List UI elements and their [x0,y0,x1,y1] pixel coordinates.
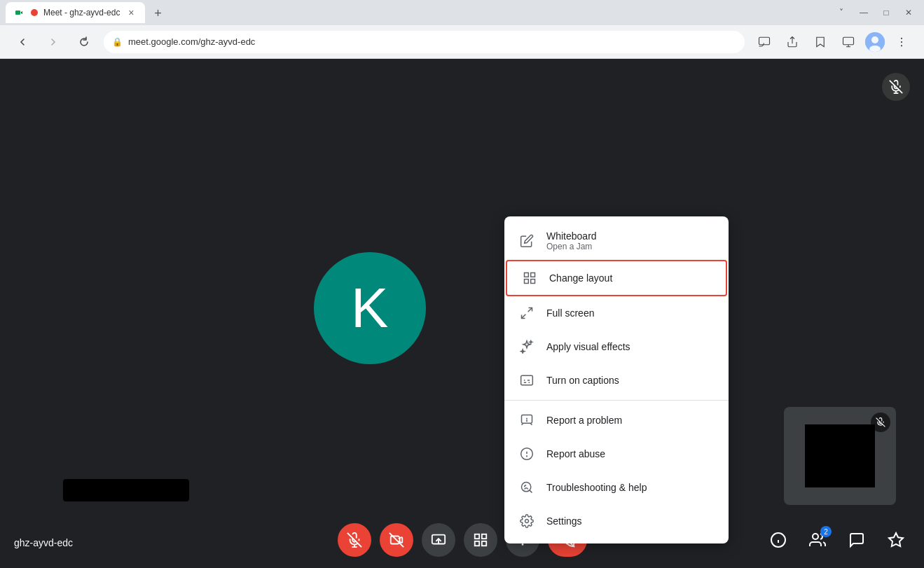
menu-item-settings[interactable]: Settings [504,504,729,538]
camera-toggle-button[interactable] [380,523,413,557]
menu-text-settings: Settings [546,515,582,527]
menu-item-change-layout[interactable]: Change layout [506,260,727,296]
menu-item-visual-effects[interactable]: Apply visual effects [504,330,729,363]
change-layout-label: Change layout [549,272,612,284]
svg-point-27 [813,534,818,539]
menu-text-full-screen: Full screen [546,307,594,319]
tab-record-indicator [31,9,38,16]
menu-text-captions: Turn on captions [546,375,619,386]
troubleshoot-icon [518,479,535,496]
self-view-thumbnail [784,407,896,505]
lock-icon: 🔒 [112,37,123,47]
svg-rect-29 [525,273,529,277]
avatar-letter: K [351,276,388,340]
url-text: meet.google.com/ghz-ayvd-edc [128,36,255,47]
svg-point-5 [871,36,878,43]
captions-icon [518,372,535,389]
redacted-info-box [63,479,189,501]
mute-status-indicator [882,73,910,101]
menu-text-troubleshoot: Troubleshooting & help [546,482,647,493]
back-button[interactable] [11,31,34,53]
menu-icon[interactable] [890,31,913,53]
tab-close-button[interactable]: × [125,7,137,18]
svg-point-9 [901,45,902,46]
whiteboard-sublabel: Open a Jam [546,242,597,251]
close-button[interactable]: ✕ [899,3,918,22]
report-problem-icon [518,412,535,429]
svg-rect-3 [843,37,854,45]
title-bar: Meet - ghz-ayvd-edc × + ˅ — □ ✕ [0,0,924,25]
svg-rect-19 [481,541,485,546]
activities-button[interactable] [882,526,910,554]
svg-marker-28 [889,533,903,546]
minimize-button[interactable]: — [854,3,874,22]
meet-content: K ghz-ayvd-edc [0,59,924,568]
menu-item-report-abuse[interactable]: Report abuse [504,437,729,471]
svg-point-44 [522,483,531,492]
menu-text-report-problem: Report a problem [546,415,622,426]
svg-rect-31 [525,279,529,284]
menu-item-captions[interactable]: Turn on captions [504,363,729,397]
svg-point-7 [901,37,902,39]
svg-point-8 [901,41,902,42]
participant-avatar: K [314,252,426,364]
cast-icon[interactable] [753,31,775,53]
tab-favicon [14,7,25,18]
menu-item-report-problem[interactable]: Report a problem [504,403,729,437]
svg-point-43 [527,456,527,457]
mic-toggle-button[interactable] [338,523,371,557]
user-avatar[interactable] [865,32,885,52]
fullscreen-icon [518,305,535,321]
menu-text-report-abuse: Report abuse [546,448,605,459]
profile-icon[interactable] [837,31,860,53]
new-tab-button[interactable]: + [148,4,167,23]
right-panel-actions: 2 [764,526,910,554]
menu-item-whiteboard[interactable]: Whiteboard Open a Jam [504,222,729,260]
chat-button[interactable] [843,526,871,554]
bookmark-icon[interactable] [809,31,832,53]
svg-rect-2 [759,37,770,45]
tab-title: Meet - ghz-ayvd-edc [43,8,120,18]
captions-label: Turn on captions [546,375,619,386]
self-video [805,424,875,487]
svg-rect-17 [481,534,485,539]
browser-frame: Meet - ghz-ayvd-edc × + ˅ — □ ✕ 🔒 meet.g… [0,0,924,568]
svg-line-13 [389,533,403,547]
settings-label: Settings [546,515,582,527]
svg-rect-30 [531,273,535,277]
present-button[interactable] [422,523,455,557]
maximize-button[interactable]: □ [876,3,896,22]
layout-button[interactable] [464,523,497,557]
svg-point-40 [527,420,527,421]
sparkle-icon [518,338,535,355]
more-options-dropdown: Whiteboard Open a Jam Change layout [504,216,729,543]
svg-line-34 [522,314,526,319]
self-mute-icon [871,413,890,432]
people-count-badge: 2 [820,526,832,537]
svg-rect-1 [15,11,20,15]
reload-button[interactable] [73,31,95,53]
info-button[interactable] [764,526,792,554]
bottom-toolbar: ghz-ayvd-edc [0,512,924,568]
svg-rect-16 [474,534,478,539]
menu-item-full-screen[interactable]: Full screen [504,296,729,330]
forward-button[interactable] [42,31,64,53]
gear-icon [518,513,535,529]
share-icon[interactable] [781,31,804,53]
troubleshoot-label: Troubleshooting & help [546,482,647,493]
menu-text-whiteboard: Whiteboard Open a Jam [546,230,597,251]
report-abuse-label: Report abuse [546,448,605,459]
svg-line-33 [528,308,532,312]
url-bar[interactable]: 🔒 meet.google.com/ghz-ayvd-edc [104,31,745,53]
address-actions [753,31,913,53]
menu-text-change-layout: Change layout [549,272,612,284]
svg-point-45 [525,520,529,523]
menu-item-troubleshoot[interactable]: Troubleshooting & help [504,471,729,504]
active-tab[interactable]: Meet - ghz-ayvd-edc × [6,2,145,23]
report-problem-label: Report a problem [546,415,622,426]
people-button[interactable]: 2 [804,526,832,554]
chevron-down-button[interactable]: ˅ [832,3,851,22]
full-screen-label: Full screen [546,307,594,319]
window-controls: ˅ — □ ✕ [832,3,918,22]
pencil-icon [518,233,535,249]
